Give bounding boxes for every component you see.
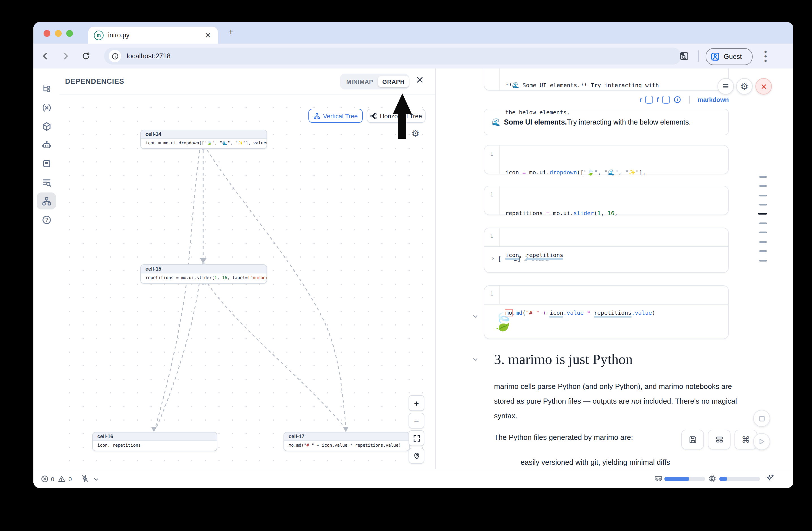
minimap-cell-marker[interactable] bbox=[759, 260, 767, 261]
code-cell-dropdown[interactable]: 1 icon = mo.ui.dropdown(["🍃", "🌊", "✨"],… bbox=[484, 145, 729, 174]
graph-settings-icon[interactable]: ⚙ bbox=[411, 128, 420, 139]
errors-icon[interactable] bbox=[41, 475, 49, 483]
site-info-icon[interactable] bbox=[108, 50, 121, 62]
minimap-cell-marker[interactable] bbox=[759, 204, 767, 205]
dependencies-close-icon[interactable] bbox=[416, 76, 424, 84]
errors-count: 0 bbox=[51, 475, 54, 482]
mac-close-button[interactable] bbox=[44, 30, 50, 37]
sidebar-item-scratchpad[interactable] bbox=[37, 155, 56, 172]
browser-menu-icon[interactable]: ••• bbox=[761, 49, 770, 63]
shortcut-key-icon bbox=[662, 96, 670, 104]
tab-graph[interactable]: GRAPH bbox=[378, 76, 409, 87]
stop-button[interactable] bbox=[753, 410, 770, 427]
graph-node-cell-14[interactable]: cell-14 icon = mo.ui.dropdown(["🍃", "🌊",… bbox=[140, 130, 267, 149]
notebook-settings-button[interactable]: ⚙ bbox=[736, 78, 753, 95]
expand-chevron-icon[interactable]: › bbox=[491, 255, 495, 262]
section-collapse-chevron-icon[interactable] bbox=[472, 356, 479, 363]
autorun-disabled-icon[interactable] bbox=[81, 474, 89, 483]
new-tab-button[interactable]: + bbox=[228, 27, 234, 38]
node-title: cell-17 bbox=[284, 432, 409, 441]
command-symbol: ⌘ bbox=[742, 434, 750, 445]
section-heading: 3. marimo is just Python bbox=[494, 351, 633, 368]
vertical-tree-button[interactable]: Vertical Tree bbox=[308, 109, 363, 123]
back-icon[interactable] bbox=[39, 50, 52, 62]
sidebar-item-logs-search[interactable] bbox=[37, 174, 56, 191]
forward-icon[interactable] bbox=[59, 50, 72, 62]
mac-zoom-button[interactable] bbox=[66, 30, 73, 37]
line-number: 1 bbox=[484, 69, 499, 90]
dependencies-title: DEPENDENCIES bbox=[65, 77, 124, 85]
sidebar-item-variables[interactable] bbox=[37, 99, 56, 116]
markdown-cell[interactable]: 1 **🌊 Some UI elements.** Try interactin… bbox=[484, 69, 729, 90]
run-button[interactable] bbox=[753, 433, 770, 450]
cpu-usage-fill bbox=[719, 477, 727, 481]
url-bar[interactable]: localhost:2718 bbox=[104, 47, 681, 64]
sidebar-item-packages[interactable] bbox=[37, 118, 56, 135]
sidebar-item-dependencies[interactable] bbox=[37, 192, 56, 210]
code-cell-tuple[interactable]: 1 icon, repetitions › [ … ] 2 Items bbox=[484, 228, 729, 273]
dependencies-header: DEPENDENCIES MINIMAP GRAPH bbox=[59, 69, 435, 95]
sidebar-item-ai-assistant[interactable] bbox=[37, 137, 56, 154]
sidebar-item-file-explorer[interactable] bbox=[37, 81, 56, 97]
reload-icon[interactable] bbox=[80, 50, 92, 62]
memory-usage-bar bbox=[664, 477, 705, 481]
screen: m intro.py ✕ + localhost:2718 bbox=[0, 0, 812, 531]
horizontal-tree-button[interactable]: Horizontal Tree bbox=[367, 109, 425, 123]
shortcut-key-icon bbox=[646, 96, 653, 104]
section-cut-text: easily versioned with git, yielding mini… bbox=[521, 458, 670, 467]
cell-language-badge[interactable]: markdown bbox=[698, 96, 729, 103]
graph-node-cell-15[interactable]: cell-15 repetitions = mo.ui.slider(1, 16… bbox=[140, 264, 267, 284]
minimap-cell-marker[interactable] bbox=[759, 195, 767, 196]
minimap-cell-marker[interactable] bbox=[759, 185, 767, 187]
graph-node-cell-17[interactable]: cell-17 mo.md("# " + icon.value * repeti… bbox=[284, 432, 410, 451]
code-line: mo.md("# " + icon.value * repetitions.va… bbox=[505, 308, 723, 318]
tab-minimap[interactable]: MINIMAP bbox=[342, 76, 378, 87]
minimap-cell-marker[interactable] bbox=[759, 176, 767, 177]
format-shortcut-label[interactable]: f bbox=[657, 96, 659, 103]
browser-tabstrip: m intro.py ✕ + bbox=[33, 22, 793, 44]
code-cell-slider[interactable]: 1 repetitions = mo.ui.slider(1, 16, labe… bbox=[484, 186, 729, 215]
markdown-output: 🌊 Some UI elements. Try interacting with… bbox=[484, 109, 729, 135]
profile-label: Guest bbox=[724, 53, 742, 60]
minimap-cell-marker[interactable] bbox=[759, 241, 767, 243]
layout-button[interactable] bbox=[708, 430, 730, 449]
tab-close-icon[interactable]: ✕ bbox=[204, 31, 212, 39]
mac-minimize-button[interactable] bbox=[55, 30, 62, 37]
memory-icon bbox=[654, 474, 663, 483]
code-cell-momd[interactable]: 1 mo.md("# " + icon.value * repetitions.… bbox=[484, 285, 729, 339]
save-button[interactable] bbox=[681, 430, 704, 449]
browser-tab[interactable]: m intro.py ✕ bbox=[88, 27, 218, 44]
horizontal-tree-label: Horizontal Tree bbox=[380, 112, 422, 119]
browser-window: m intro.py ✕ + localhost:2718 bbox=[33, 22, 793, 488]
graph-node-cell-16[interactable]: cell-16 icon, repetitions bbox=[92, 432, 217, 451]
profile-button[interactable]: Guest bbox=[706, 48, 753, 65]
shutdown-button[interactable] bbox=[755, 78, 772, 95]
minimap-cell-marker[interactable] bbox=[759, 250, 767, 252]
cpu-icon bbox=[708, 474, 716, 483]
cell-info-icon[interactable] bbox=[673, 96, 681, 104]
code-line: **🌊 Some UI elements.** Try interacting … bbox=[505, 81, 723, 90]
warnings-icon[interactable] bbox=[58, 475, 66, 483]
graph-canvas[interactable]: Vertical Tree Horizontal Tree ⚙ cell-14 … bbox=[59, 95, 435, 469]
minimap-current-cell-marker[interactable] bbox=[758, 213, 767, 214]
minimap-cell-marker[interactable] bbox=[759, 231, 767, 233]
zoom-in-button[interactable]: + bbox=[408, 395, 424, 411]
cell-collapse-chevron-icon[interactable] bbox=[472, 313, 479, 320]
app-sidebar: ? bbox=[33, 69, 59, 469]
svg-text:?: ? bbox=[45, 217, 48, 223]
fit-view-button[interactable] bbox=[408, 430, 424, 446]
run-shortcut-label[interactable]: r bbox=[639, 96, 642, 103]
minimap-cell-marker[interactable] bbox=[759, 223, 767, 224]
locate-button[interactable] bbox=[408, 448, 424, 464]
search-tabs-icon[interactable] bbox=[679, 51, 689, 61]
node-title: cell-15 bbox=[141, 265, 266, 273]
output-bold-text: Some UI elements. bbox=[504, 118, 567, 126]
ai-sparkle-icon[interactable] bbox=[766, 474, 775, 483]
warnings-count: 0 bbox=[69, 475, 72, 482]
statusbar-chevron-icon[interactable] bbox=[93, 476, 100, 483]
sidebar-item-help[interactable]: ? bbox=[37, 211, 56, 228]
node-code: mo.md("# " + icon.value * repetitions.va… bbox=[284, 441, 409, 449]
notebook-menu-button[interactable] bbox=[717, 78, 734, 95]
notebook-panel: 1 **🌊 Some UI elements.** Try interactin… bbox=[436, 69, 793, 469]
zoom-out-button[interactable]: − bbox=[408, 413, 424, 429]
